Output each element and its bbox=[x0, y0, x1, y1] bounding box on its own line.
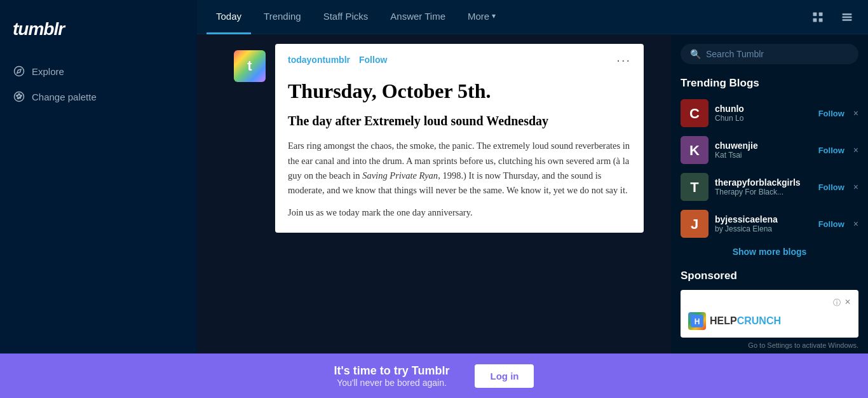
grid-icon[interactable] bbox=[806, 6, 829, 29]
blog-subname-jessica: by Jessica Elena bbox=[715, 224, 812, 233]
explore-label: Explore bbox=[32, 66, 64, 77]
blog-avatar-therapy[interactable]: T bbox=[681, 173, 709, 201]
login-button[interactable]: Log in bbox=[475, 364, 534, 388]
close-button-jessica[interactable]: × bbox=[853, 219, 858, 229]
sidebar-item-palette[interactable]: Change palette bbox=[0, 84, 197, 109]
sponsored-ad-content: ⓘ ✕ H HELPCRUNCH bbox=[688, 298, 851, 330]
svg-text:C: C bbox=[689, 106, 700, 121]
svg-rect-13 bbox=[843, 16, 852, 18]
blog-info-chunlo: chunlo Chun Lo bbox=[715, 104, 812, 123]
post-menu-button[interactable]: ··· bbox=[616, 53, 631, 66]
nav-more[interactable]: More ▾ bbox=[458, 0, 505, 34]
blog-name-jessica[interactable]: byjessicaelena bbox=[715, 214, 812, 224]
svg-text:H: H bbox=[695, 317, 700, 326]
sponsored-ad-controls: ⓘ ✕ bbox=[688, 298, 851, 308]
close-button-chuwenjie[interactable]: × bbox=[853, 145, 858, 155]
sponsored-ad-box: ⓘ ✕ H HELPCRUNCH bbox=[681, 290, 858, 338]
banner-sub-text: You'll never be bored again. bbox=[334, 378, 450, 388]
svg-text:T: T bbox=[690, 179, 699, 195]
blog-avatar-jessica[interactable]: J bbox=[681, 210, 709, 238]
svg-point-5 bbox=[20, 95, 22, 96]
logo: tumblr bbox=[0, 13, 197, 58]
nav-today[interactable]: Today bbox=[207, 0, 251, 34]
sponsored-title: Sponsored bbox=[681, 270, 858, 282]
post-card: todayontumblr Follow ··· Thursday, Octob… bbox=[275, 44, 644, 233]
list-icon[interactable] bbox=[836, 6, 858, 29]
chevron-down-icon: ▾ bbox=[492, 11, 496, 20]
follow-button-jessica[interactable]: Follow bbox=[818, 219, 844, 229]
post-body: Thursday, October 5th. The day after Ext… bbox=[275, 72, 644, 233]
trending-blog-therapy: T therapyforblackgirls Therapy For Black… bbox=[681, 173, 858, 201]
blog-avatar-chuwenjie[interactable]: K bbox=[681, 136, 709, 164]
blog-subname-chunlo: Chun Lo bbox=[715, 114, 812, 123]
compass-icon bbox=[13, 65, 25, 78]
post-header: todayontumblr Follow ··· bbox=[275, 44, 644, 72]
post-title: Thursday, October 5th. bbox=[288, 79, 631, 103]
post-text-main: Ears ring amongst the chaos, the smoke, … bbox=[288, 139, 631, 198]
blog-subname-chuwenjie: Kat Tsai bbox=[715, 151, 812, 160]
nav-staff-picks[interactable]: Staff Picks bbox=[314, 0, 378, 34]
post-author-avatar[interactable]: t bbox=[234, 50, 266, 82]
nav-answer-time[interactable]: Answer Time bbox=[381, 0, 455, 34]
trending-blog-chuwenjie: K chuwenjie Kat Tsai Follow × bbox=[681, 136, 858, 164]
search-box: 🔍 bbox=[681, 44, 858, 64]
close-button-chunlo[interactable]: × bbox=[853, 108, 858, 118]
banner-text: It's time to try Tumblr You'll never be … bbox=[334, 364, 450, 388]
svg-text:K: K bbox=[689, 142, 700, 158]
svg-rect-9 bbox=[819, 12, 823, 16]
signup-banner: It's time to try Tumblr You'll never be … bbox=[0, 353, 868, 398]
banner-main-text: It's time to try Tumblr bbox=[334, 364, 450, 378]
main-area: Today Trending Staff Picks Answer Time M… bbox=[197, 0, 868, 398]
svg-rect-8 bbox=[813, 12, 817, 16]
content-area: t todayontumblr Follow ··· Thursday, O bbox=[197, 34, 868, 398]
follow-button-chunlo[interactable]: Follow bbox=[818, 109, 844, 118]
svg-point-7 bbox=[17, 97, 18, 99]
svg-point-6 bbox=[19, 97, 20, 98]
sidebar: tumblr Explore C bbox=[0, 0, 197, 398]
svg-point-0 bbox=[15, 67, 24, 76]
trending-blogs-section: Trending Blogs C chunlo Chun Lo bbox=[681, 77, 858, 257]
svg-rect-14 bbox=[843, 19, 852, 21]
search-input[interactable] bbox=[706, 49, 849, 59]
svg-marker-1 bbox=[17, 69, 21, 73]
blog-name-chuwenjie[interactable]: chuwenjie bbox=[715, 141, 812, 151]
follow-button-chuwenjie[interactable]: Follow bbox=[818, 146, 844, 155]
sidebar-item-explore[interactable]: Explore bbox=[0, 58, 197, 84]
ad-info-icon[interactable]: ⓘ bbox=[833, 298, 841, 308]
post-author: todayontumblr Follow bbox=[288, 55, 387, 65]
sponsored-section: Sponsored ⓘ ✕ H bbox=[681, 270, 858, 338]
nav-trending[interactable]: Trending bbox=[254, 0, 311, 34]
blog-subname-therapy: Therapy For Black... bbox=[715, 188, 812, 196]
right-sidebar: 🔍 Trending Blogs C bbox=[671, 34, 868, 398]
svg-rect-12 bbox=[843, 13, 852, 15]
blog-info-chuwenjie: chuwenjie Kat Tsai bbox=[715, 141, 812, 160]
post-author-name[interactable]: todayontumblr bbox=[288, 55, 350, 65]
post-avatar-strip: t bbox=[224, 44, 275, 233]
blog-name-chunlo[interactable]: chunlo bbox=[715, 104, 812, 114]
svg-text:J: J bbox=[691, 216, 698, 232]
ad-close-button[interactable]: ✕ bbox=[844, 298, 851, 308]
palette-label: Change palette bbox=[32, 92, 97, 102]
trending-blog-chunlo: C chunlo Chun Lo Follow × bbox=[681, 99, 858, 127]
palette-icon bbox=[13, 90, 25, 103]
blog-avatar-chunlo[interactable]: C bbox=[681, 99, 709, 127]
follow-button-therapy[interactable]: Follow bbox=[818, 182, 844, 192]
trending-blog-jessica: J byjessicaelena by Jessica Elena Follow… bbox=[681, 210, 858, 238]
blog-name-therapy[interactable]: therapyforblackgirls bbox=[715, 177, 812, 188]
svg-rect-10 bbox=[813, 18, 817, 22]
trending-blogs-title: Trending Blogs bbox=[681, 77, 858, 90]
svg-point-3 bbox=[17, 95, 18, 96]
logo-text: tumblr bbox=[13, 19, 64, 39]
post-container: t todayontumblr Follow ··· Thursday, O bbox=[224, 44, 644, 233]
post-follow-button[interactable]: Follow bbox=[359, 55, 387, 65]
post-subtitle: The day after Extremely loud sound Wedne… bbox=[288, 113, 631, 129]
nav-icons bbox=[806, 6, 858, 29]
svg-point-4 bbox=[18, 93, 20, 95]
helpcrunch-icon: H bbox=[688, 312, 706, 330]
post-text-closing: Join us as we today mark the one day ann… bbox=[288, 205, 631, 220]
show-more-blogs-button[interactable]: Show more blogs bbox=[681, 247, 858, 257]
svg-rect-11 bbox=[819, 18, 823, 22]
nav-bar: Today Trending Staff Picks Answer Time M… bbox=[197, 0, 868, 34]
close-button-therapy[interactable]: × bbox=[853, 182, 858, 192]
search-icon: 🔍 bbox=[690, 49, 701, 59]
